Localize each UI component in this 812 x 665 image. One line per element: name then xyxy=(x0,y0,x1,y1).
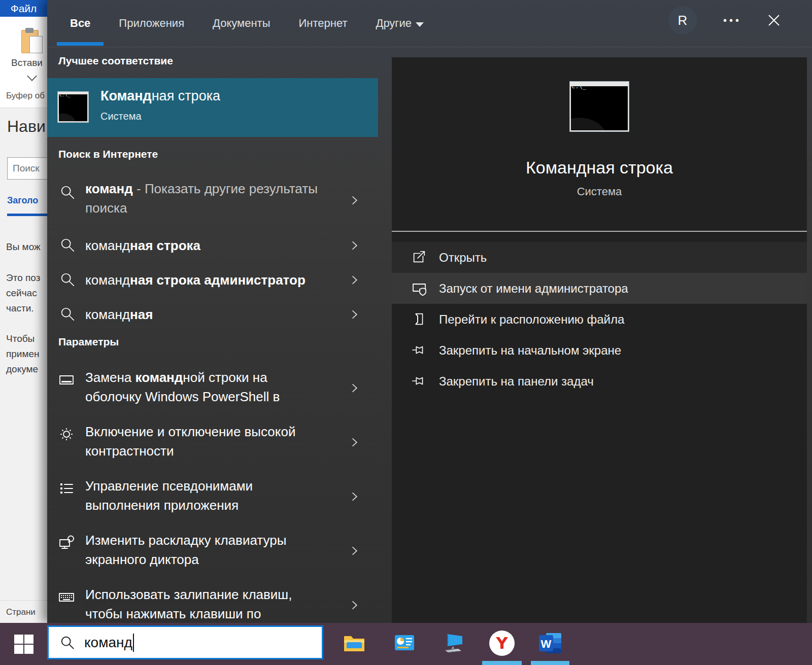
preview-divider xyxy=(392,231,807,232)
open-external-icon xyxy=(411,250,426,265)
filter-tab-2[interactable]: Документы xyxy=(213,0,270,47)
filter-tab-1[interactable]: Приложения xyxy=(119,0,184,47)
cmd-prompt-icon-large: C:\_ xyxy=(569,81,629,132)
result-preview-panel: C:\_ Командная строка Система ОткрытьЗап… xyxy=(392,57,807,623)
chevron-right-icon[interactable] xyxy=(349,195,360,206)
narrator-icon xyxy=(58,535,75,551)
search-results-list: Лучшее соответствие C:\_ Командная строк… xyxy=(47,47,378,623)
pin-icon xyxy=(411,373,426,389)
contrast-sun-icon xyxy=(58,426,75,442)
filter-tab-4[interactable]: Другие xyxy=(376,0,423,47)
word-file-tab[interactable]: Файл xyxy=(0,0,47,17)
cmd-prompt-icon: C:\_ xyxy=(57,91,89,123)
search-icon xyxy=(60,635,75,650)
paste-clipboard-icon[interactable] xyxy=(21,28,42,54)
windows-search-flyout: ВсеПриложенияДокументыИнтернетДругие R •… xyxy=(47,0,812,623)
context-action-row[interactable]: Закрепить на начальном экране xyxy=(392,335,807,366)
user-avatar[interactable]: R xyxy=(668,6,697,34)
settings-result-row[interactable]: Замена командной строки наоболочку Windo… xyxy=(47,361,378,415)
windows-logo-icon xyxy=(14,634,34,654)
best-match-title: Командная строка xyxy=(100,88,220,104)
best-match-header: Лучшее соответствие xyxy=(58,55,173,67)
search-icon xyxy=(60,237,75,253)
taskbar-replace-icon xyxy=(58,372,75,388)
web-suggestion-row[interactable]: командная xyxy=(47,297,378,332)
paste-dropdown-caret-icon[interactable] xyxy=(27,71,37,81)
word-taskbar-icon[interactable]: W xyxy=(537,630,564,656)
chevron-right-icon[interactable] xyxy=(349,437,360,448)
best-match-subtitle: Система xyxy=(100,111,220,122)
file-location-icon xyxy=(411,311,426,327)
context-action-row[interactable]: Закрепить на панели задач xyxy=(392,366,807,397)
chevron-right-icon[interactable] xyxy=(349,600,360,611)
web-search-header: Поиск в Интернете xyxy=(58,148,158,160)
taskbar-search-input[interactable]: команд xyxy=(47,625,323,659)
close-icon[interactable] xyxy=(764,11,784,29)
best-match-result-cmd[interactable]: C:\_ Командная строка Система xyxy=(47,78,378,137)
start-button[interactable] xyxy=(0,623,47,665)
filter-tab-all[interactable]: Все xyxy=(70,0,90,47)
chevron-right-icon[interactable] xyxy=(349,309,360,320)
word-app-window: Файл Встави Буфер об Нави Поиск Заголо В… xyxy=(0,0,47,623)
search-icon xyxy=(60,185,75,200)
settings-result-row[interactable]: Изменить раскладку клавиатурыэкранного д… xyxy=(47,524,378,578)
chevron-right-icon[interactable] xyxy=(349,240,360,251)
web-suggestion-row[interactable]: команд - Показать другие результатыпоиск… xyxy=(47,173,378,227)
settings-result-row[interactable]: Включение и отключение высокойконтрастно… xyxy=(47,415,378,470)
nav-pane-text: Это поз xyxy=(6,270,40,286)
context-action-row[interactable]: Открыть xyxy=(392,242,807,273)
search-query-text: команд xyxy=(84,635,132,651)
chevron-down-icon xyxy=(416,22,424,27)
nav-tab-headings[interactable]: Заголо xyxy=(7,195,38,206)
chevron-right-icon[interactable] xyxy=(349,491,360,502)
filter-tab-3[interactable]: Интернет xyxy=(298,0,347,47)
nav-pane-text: примен xyxy=(6,346,40,362)
search-icon xyxy=(60,272,75,287)
search-icon xyxy=(60,306,75,322)
preview-subtitle: Система xyxy=(392,185,807,198)
web-suggestion-row[interactable]: командная строка администратор xyxy=(47,263,378,297)
pin-icon xyxy=(411,342,426,358)
run-admin-shield-icon xyxy=(411,281,426,296)
keyboard-icon xyxy=(58,589,75,605)
search-filter-tabbar: ВсеПриложенияДокументыИнтернетДругие R •… xyxy=(47,0,812,47)
nav-tab-underline xyxy=(7,214,47,216)
chevron-right-icon[interactable] xyxy=(349,382,360,394)
taskbar: команд YW xyxy=(0,623,812,665)
nav-pane-text: Вы мож xyxy=(6,239,41,255)
settings-result-row[interactable]: Управление псевдонимамивыполнения прилож… xyxy=(47,470,378,524)
web-suggestion-row[interactable]: командная строка xyxy=(47,228,378,263)
this-pc-taskbar-icon[interactable] xyxy=(440,630,466,656)
settings-header: Параметры xyxy=(58,336,119,348)
navigation-search-input[interactable]: Поиск xyxy=(7,157,47,180)
word-navigation-pane: Нави Поиск Заголо Вы можЭто позсейчасчас… xyxy=(0,108,47,600)
yandex-browser-taskbar-icon[interactable]: Y xyxy=(489,630,515,656)
context-action-row[interactable]: Перейти к расположению файла xyxy=(392,304,807,335)
chevron-right-icon[interactable] xyxy=(349,545,360,556)
more-options-icon[interactable]: ••• xyxy=(720,11,745,29)
navigation-pane-title: Нави xyxy=(7,117,46,136)
nav-pane-text: части. xyxy=(6,301,34,316)
svg-text:W: W xyxy=(541,638,552,650)
paste-button[interactable]: Встави xyxy=(0,57,47,68)
nav-pane-text: сейчас xyxy=(6,286,37,301)
running-app-indicator xyxy=(482,661,522,665)
running-app-indicator xyxy=(531,661,569,665)
word-ribbon: Встави Буфер об xyxy=(0,17,47,108)
word-status-bar: Страни xyxy=(0,600,47,623)
nav-pane-text: Чтобы xyxy=(6,331,35,346)
nav-pane-text: докуме xyxy=(6,362,38,377)
preview-title: Командная строка xyxy=(392,158,807,178)
alias-list-icon xyxy=(58,480,75,497)
file-explorer-taskbar-icon[interactable] xyxy=(341,630,367,656)
context-action-row[interactable]: Запуск от имени администратора xyxy=(392,273,807,304)
chevron-right-icon[interactable] xyxy=(349,274,360,286)
settings-result-row[interactable]: Использовать залипание клавиш,чтобы нажи… xyxy=(47,578,378,623)
text-caret xyxy=(133,634,134,652)
control-panel-taskbar-icon[interactable] xyxy=(391,630,418,656)
clipboard-group-label: Буфер об xyxy=(6,91,45,101)
